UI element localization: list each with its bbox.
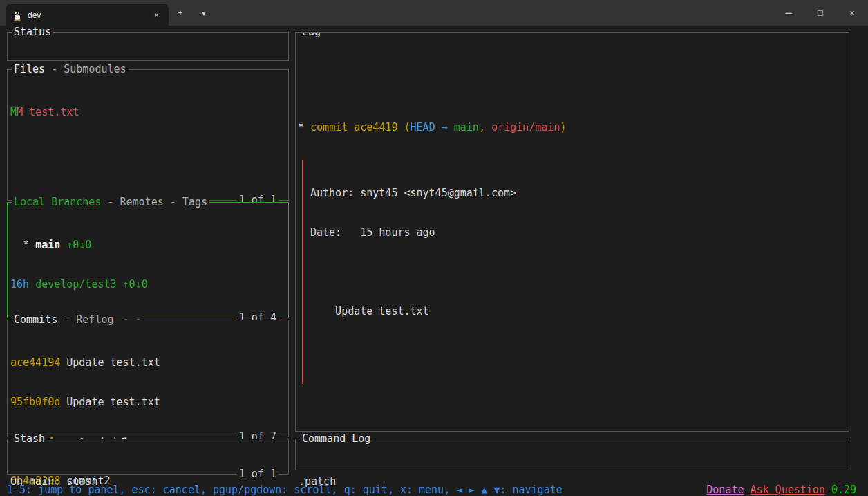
graph-node: * [298,121,310,134]
blank-line [310,345,843,358]
log-panel[interactable]: Log * commit ace4419 (HEAD → main, origi… [295,32,849,432]
commit-refs: (HEAD → main, origin/main) [398,121,567,134]
maximize-button[interactable]: □ [804,0,836,26]
command-log-panel[interactable]: Command Log .patch [295,439,849,470]
titlebar: dev × + ▾ ─ □ × [0,0,868,26]
terminal-tab[interactable]: dev × [6,4,169,26]
stash-panel[interactable]: Stash On main: stash 1 of 1 [7,439,289,475]
commit-row[interactable]: ace44194 Update test.txt [10,356,284,369]
log-panel-title: Log [300,32,323,39]
minimize-button[interactable]: ─ [773,0,804,26]
keybinding-bar: 1-5: jump to panel, esc: cancel, pgup/pg… [7,484,856,496]
tab-close-button[interactable]: × [151,10,162,20]
stash-counter: 1 of 1 [237,468,279,481]
branch-row[interactable]: * main ↑0↓0 [10,239,284,252]
file-row[interactable]: MM test.txt [10,106,284,119]
stash-panel-title: Stash [12,432,47,446]
commit-row[interactable]: 95fb0f0d Update test.txt [10,396,284,409]
branches-panel[interactable]: Local Branches - Remotes - Tags * main ↑… [7,202,289,318]
tab-title: dev [28,10,146,20]
tab-dropdown-button[interactable]: ▾ [192,0,216,26]
donate-link[interactable]: Donate [706,484,744,496]
close-button[interactable]: × [836,0,868,26]
command-log-panel-title: Command Log [300,432,372,446]
version-label: 0.29 [831,484,856,496]
log-commit-header: * commit ace4419 (HEAD → main, origin/ma… [298,121,843,134]
log-commit-block: * commit ace4419 (HEAD → main, origin/ma… [298,95,843,410]
log-message: Update test.txt [310,305,843,318]
graph-branch-line: Author: snyt45 <snyt45@gmail.com> Date: … [302,160,843,384]
commits-panel-title: Commits - Reflog [12,313,116,327]
branch-row[interactable]: 16h develop/test3 ↑0↓0 [10,278,284,291]
files-panel-title: Files - Submodules [12,63,129,76]
tux-icon [12,10,22,21]
terminal: Status ↑0↓0 git-practice → main Files - … [0,26,868,496]
status-panel[interactable]: Status ↑0↓0 git-practice → main [7,32,289,61]
new-tab-button[interactable]: + [169,0,192,26]
keybinding-hints: 1-5: jump to panel, esc: cancel, pgup/pg… [7,484,563,496]
branches-panel-title: Local Branches - Remotes - Tags [12,196,209,209]
blank-line [310,266,843,279]
commits-panel[interactable]: Commits - Reflog ace44194 Update test.tx… [7,320,289,437]
ask-question-link[interactable]: Ask Question [751,484,825,496]
files-panel[interactable]: Files - Submodules MM test.txt 1 of 1 [7,69,289,201]
log-date: Date: 15 hours ago [310,226,843,239]
titlebar-drag-area [216,0,773,26]
status-panel-title: Status [12,26,53,39]
log-author: Author: snyt45 <snyt45@gmail.com> [310,187,843,200]
